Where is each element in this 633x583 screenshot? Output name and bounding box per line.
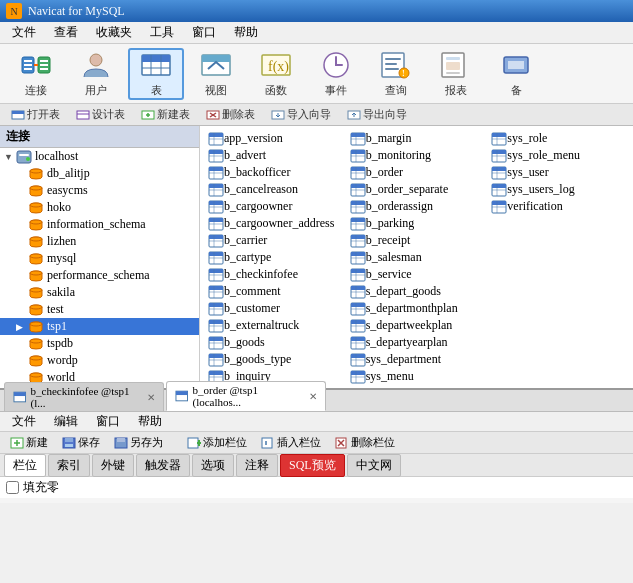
sidebar-item-tspdb[interactable]: tspdb: [0, 335, 199, 352]
toolbar-table[interactable]: 表: [128, 48, 184, 100]
bottom-tab-checkinfofee-label: b_checkinfofee @tsp1 (l...: [31, 385, 144, 409]
table-item[interactable]: sys_role_menu: [487, 147, 629, 164]
saveas-btn[interactable]: 另存为: [108, 433, 169, 452]
toolbar-function[interactable]: f(x) 函数: [248, 48, 304, 100]
table-item[interactable]: b_checkinfofee: [204, 266, 346, 283]
subtab-columns[interactable]: 栏位: [4, 454, 46, 477]
subtab-sql-preview[interactable]: SQL预览: [280, 454, 345, 477]
table-item[interactable]: s_depart_goods: [346, 283, 488, 300]
sidebar-item-localhost[interactable]: ▼ localhost: [0, 148, 199, 165]
table-item[interactable]: b_receipt: [346, 232, 488, 249]
menu-view[interactable]: 查看: [46, 22, 86, 43]
toolbar-user[interactable]: 用户: [68, 48, 124, 100]
table-item[interactable]: s_departweekplan: [346, 317, 488, 334]
sidebar-item-sakila[interactable]: sakila: [0, 284, 199, 301]
sidebar-item-wordp[interactable]: wordp: [0, 352, 199, 369]
table-item[interactable]: b_externaltruck: [204, 317, 346, 334]
table-item[interactable]: b_order_separate: [346, 181, 488, 198]
table-item[interactable]: b_salesman: [346, 249, 488, 266]
table-item[interactable]: sys_role: [487, 130, 629, 147]
subtab-chinese-web[interactable]: 中文网: [347, 454, 401, 477]
table-item[interactable]: b_goods_type: [204, 351, 346, 368]
sidebar-item-performance_schema[interactable]: performance_schema: [0, 267, 199, 284]
subtab-indexes[interactable]: 索引: [48, 454, 90, 477]
sidebar-item-mysql[interactable]: mysql: [0, 250, 199, 267]
export-wizard-btn[interactable]: 导出向导: [340, 105, 414, 124]
menu-help[interactable]: 帮助: [226, 22, 266, 43]
save-btn[interactable]: 保存: [56, 433, 106, 452]
table-item[interactable]: b_orderassign: [346, 198, 488, 215]
subtab-foreignkeys[interactable]: 外键: [92, 454, 134, 477]
table-list-icon: [350, 251, 366, 265]
new-table-btn[interactable]: 新建表: [134, 105, 197, 124]
subtab-comment[interactable]: 注释: [236, 454, 278, 477]
design-table-btn[interactable]: 设计表: [69, 105, 132, 124]
table-item[interactable]: sys_department: [346, 351, 488, 368]
table-item[interactable]: sys_menu: [346, 368, 488, 385]
svg-rect-190: [209, 337, 223, 341]
fill-zero-checkbox[interactable]: [6, 481, 19, 494]
bottom-menu-file[interactable]: 文件: [4, 411, 44, 432]
table-item[interactable]: b_carrier: [204, 232, 346, 249]
table-item[interactable]: s_departmonthplan: [346, 300, 488, 317]
insert-column-btn[interactable]: 插入栏位: [255, 433, 327, 452]
bottom-menu-window[interactable]: 窗口: [88, 411, 128, 432]
import-wizard-btn[interactable]: 导入向导: [264, 105, 338, 124]
menu-file[interactable]: 文件: [4, 22, 44, 43]
svg-rect-98: [209, 167, 223, 171]
table-list-icon: [350, 217, 366, 231]
sidebar-item-information_schema[interactable]: information_schema: [0, 216, 199, 233]
conn-toolbar: 打开表 设计表 新建表 删除表 导入向导 导出向导: [0, 104, 633, 126]
toolbar-event[interactable]: 事件: [308, 48, 364, 100]
toolbar-view[interactable]: 视图: [188, 48, 244, 100]
close-border-tab[interactable]: ✕: [309, 391, 317, 402]
table-item[interactable]: b_cargoowner: [204, 198, 346, 215]
new-field-btn[interactable]: 新建: [4, 433, 54, 452]
close-checkinfofee-tab[interactable]: ✕: [147, 392, 155, 403]
table-item[interactable]: b_margin: [346, 130, 488, 147]
table-item[interactable]: b_service: [346, 266, 488, 283]
table-item[interactable]: b_goods: [204, 334, 346, 351]
db-icon8: [28, 286, 44, 300]
table-list-icon: [350, 302, 366, 316]
table-item[interactable]: b_parking: [346, 215, 488, 232]
table-item[interactable]: b_advert: [204, 147, 346, 164]
table-item[interactable]: b_cargoowner_address: [204, 215, 346, 232]
svg-point-72: [30, 373, 42, 377]
subtab-options[interactable]: 选项: [192, 454, 234, 477]
table-item[interactable]: b_comment: [204, 283, 346, 300]
sidebar-item-hoko[interactable]: hoko: [0, 199, 199, 216]
sidebar-item-test[interactable]: test: [0, 301, 199, 318]
table-item[interactable]: s_departyearplan: [346, 334, 488, 351]
toolbar-query[interactable]: ! 查询: [368, 48, 424, 100]
toolbar-backup[interactable]: 备: [488, 48, 544, 100]
table-item[interactable]: sys_users_log: [487, 181, 629, 198]
table-item[interactable]: b_order: [346, 164, 488, 181]
sidebar-item-db_alitjp[interactable]: db_alitjp: [0, 165, 199, 182]
add-column-btn[interactable]: 添加栏位: [181, 433, 253, 452]
sidebar-item-lizhen[interactable]: lizhen: [0, 233, 199, 250]
table-item[interactable]: verification: [487, 198, 629, 215]
menu-favorites[interactable]: 收藏夹: [88, 22, 140, 43]
sidebar-item-tsp1[interactable]: ▶ tsp1: [0, 318, 199, 335]
delete-column-btn[interactable]: 删除栏位: [329, 433, 401, 452]
table-item[interactable]: b_customer: [204, 300, 346, 317]
subtab-triggers[interactable]: 触发器: [136, 454, 190, 477]
toolbar-connect[interactable]: 连接: [8, 48, 64, 100]
table-item[interactable]: b_monitoring: [346, 147, 488, 164]
bottom-tab-border[interactable]: b_order @tsp1 (localhos... ✕: [166, 381, 326, 411]
bottom-menu-help[interactable]: 帮助: [130, 411, 170, 432]
menu-window[interactable]: 窗口: [184, 22, 224, 43]
sidebar-item-easycms[interactable]: easycms: [0, 182, 199, 199]
table-item[interactable]: b_cartype: [204, 249, 346, 266]
menu-tools[interactable]: 工具: [142, 22, 182, 43]
bottom-tab-checkinfofee[interactable]: b_checkinfofee @tsp1 (l... ✕: [4, 382, 164, 411]
delete-table-btn[interactable]: 删除表: [199, 105, 262, 124]
open-table-btn[interactable]: 打开表: [4, 105, 67, 124]
bottom-menu-edit[interactable]: 编辑: [46, 411, 86, 432]
table-item[interactable]: sys_user: [487, 164, 629, 181]
toolbar-report[interactable]: 报表: [428, 48, 484, 100]
table-item[interactable]: b_cancelreason: [204, 181, 346, 198]
table-item[interactable]: b_backofficer: [204, 164, 346, 181]
table-item[interactable]: app_version: [204, 130, 346, 147]
